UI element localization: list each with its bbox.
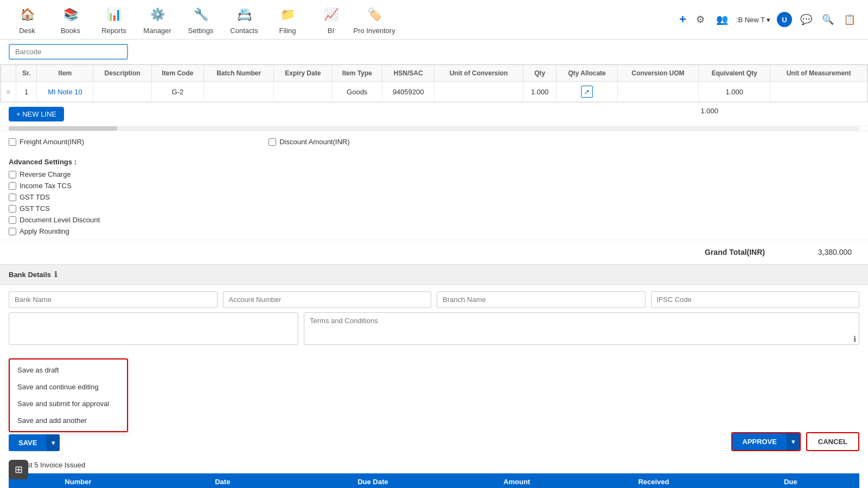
col-unit-of-conversion: Unit of Conversion: [435, 65, 523, 82]
col-item-type: Item Type: [332, 65, 382, 82]
row-expiry-date[interactable]: [274, 82, 332, 102]
nav-manager[interactable]: ⚙️ Manager: [136, 0, 179, 40]
col-qty-allocate: Qty Allocate: [557, 65, 617, 82]
barcode-input[interactable]: [9, 44, 128, 60]
save-as-draft-option[interactable]: Save as draft: [10, 362, 127, 378]
row-unit-of-measurement[interactable]: [770, 82, 867, 102]
main-content: Sr. Item Description Item Code Batch Num…: [0, 40, 868, 488]
col-sr: Sr.: [16, 65, 37, 82]
discount-label: Discount Amount(INR): [279, 138, 349, 146]
nav-pro-inventory[interactable]: 🏷️ Pro Inventory: [353, 0, 396, 40]
contacts-icon: 📇: [234, 5, 254, 24]
manager-icon: ⚙️: [148, 5, 167, 24]
save-submit-approval-option[interactable]: Save and submit for approval: [10, 395, 127, 412]
bank-details-section: Bank Details ℹ ℹ: [0, 264, 868, 353]
new-line-row: + NEW LINE 1.000: [0, 102, 868, 126]
advanced-option[interactable]: Reverse Charge: [9, 170, 859, 178]
advanced-option[interactable]: Income Tax TCS: [9, 182, 859, 190]
horizontal-scrollbar[interactable]: [9, 126, 859, 131]
search-icon[interactable]: 🔍: [820, 12, 835, 27]
row-equivalent-qty: 1.000: [699, 82, 770, 102]
save-dropdown: Save as draft Save and continue editing …: [9, 358, 128, 451]
table-row: ≡ 1 MI Note 10 G-2 Goods 94059200 1.000 …: [1, 82, 867, 102]
advanced-option[interactable]: GST TCS: [9, 204, 859, 213]
ifsc-code-input[interactable]: [651, 291, 860, 308]
approve-button[interactable]: APPROVE: [732, 433, 787, 450]
nav-desk[interactable]: 🏠 Desk: [5, 0, 49, 40]
scrollbar-thumb[interactable]: [9, 126, 117, 131]
narration-textarea[interactable]: [9, 312, 298, 345]
users-icon[interactable]: 👥: [714, 12, 730, 27]
items-table-wrapper: Sr. Item Description Item Code Batch Num…: [0, 64, 868, 102]
nav-bi-label: BI: [328, 27, 334, 35]
row-qty[interactable]: 1.000: [523, 82, 557, 102]
nav-reports[interactable]: 📊 Reports: [92, 0, 136, 40]
advanced-option[interactable]: GST TDS: [9, 193, 859, 201]
discount-checkbox[interactable]: [269, 138, 276, 146]
drag-handle[interactable]: ≡: [1, 82, 16, 102]
col-batch-number: Batch Number: [204, 65, 274, 82]
nav-contacts[interactable]: 📇 Contacts: [222, 0, 266, 40]
terms-textarea[interactable]: [304, 312, 859, 345]
last5-col-due-date: Due Date: [298, 473, 448, 488]
advanced-option[interactable]: Apply Rounding: [9, 227, 859, 235]
company-selector[interactable]: :B New T ▾: [736, 16, 770, 24]
branch-name-input[interactable]: [437, 291, 646, 308]
chat-icon[interactable]: 💬: [799, 12, 814, 27]
save-add-another-option[interactable]: Save and add another: [10, 412, 127, 429]
terms-info-icon[interactable]: ℹ: [853, 335, 856, 343]
bottom-actions-bar: Save as draft Save and continue editing …: [0, 353, 868, 457]
last5-label: Last 5 Invoice Issued: [19, 461, 85, 469]
settings-icon: 🔧: [191, 5, 210, 24]
col-expiry-date: Expiry Date: [274, 65, 332, 82]
row-batch-number[interactable]: [204, 82, 274, 102]
account-number-input[interactable]: [223, 291, 432, 308]
bank-details-info-icon[interactable]: ℹ: [54, 270, 57, 279]
cancel-button[interactable]: CANCEL: [806, 432, 859, 451]
advanced-settings-section: Advanced Settings : Reverse Charge Incom…: [0, 152, 868, 240]
save-button[interactable]: SAVE: [9, 434, 47, 451]
gear-icon[interactable]: ⚙: [693, 12, 708, 27]
advanced-title: Advanced Settings :: [9, 158, 859, 166]
row-hsn-sac[interactable]: 94059200: [382, 82, 434, 102]
bi-icon: 📈: [321, 5, 341, 24]
freight-checkbox-label[interactable]: Freight Amount(INR): [9, 138, 84, 146]
nav-filing[interactable]: 📁 Filing: [266, 0, 309, 40]
col-description: Description: [93, 65, 151, 82]
row-item[interactable]: MI Note 10: [37, 82, 93, 102]
discount-checkbox-label[interactable]: Discount Amount(INR): [269, 138, 349, 146]
nav-bi[interactable]: 📈 BI: [309, 0, 353, 40]
right-actions: APPROVE ▾ CANCEL: [731, 432, 859, 451]
approve-caret-button[interactable]: ▾: [787, 433, 800, 450]
row-sr: 1: [16, 82, 37, 102]
freight-label: Freight Amount(INR): [20, 138, 84, 146]
row-description[interactable]: [93, 82, 151, 102]
row-qty-allocate[interactable]: ↗: [557, 82, 617, 102]
save-continue-editing-option[interactable]: Save and continue editing: [10, 378, 127, 395]
row-item-code[interactable]: G-2: [151, 82, 203, 102]
save-caret-button[interactable]: ▾: [47, 434, 60, 451]
nav-desk-label: Desk: [19, 27, 35, 35]
bank-details-title: Bank Details: [9, 271, 51, 279]
add-button[interactable]: +: [679, 12, 686, 27]
grand-total-label: Grand Total(INR): [705, 248, 765, 256]
row-unit-of-conversion[interactable]: [435, 82, 523, 102]
nav-books[interactable]: 📚 Books: [49, 0, 92, 40]
last5-header-row: Number Date Due Date Amount Received Due: [9, 473, 859, 488]
bank-name-input[interactable]: [9, 291, 218, 308]
bank-textarea-row: ℹ: [0, 312, 868, 353]
external-link-icon[interactable]: ↗: [581, 86, 593, 98]
nav-settings[interactable]: 🔧 Settings: [179, 0, 222, 40]
new-line-button[interactable]: + NEW LINE: [9, 107, 64, 121]
row-conversion-uom[interactable]: [617, 82, 699, 102]
user-avatar[interactable]: U: [777, 12, 792, 27]
nav-pro-inventory-label: Pro Inventory: [353, 27, 395, 35]
freight-checkbox[interactable]: [9, 138, 16, 146]
books-icon: 📚: [61, 5, 80, 24]
advanced-option[interactable]: Document Level Discount: [9, 216, 859, 224]
grid-icon-button[interactable]: ⊞: [9, 460, 28, 479]
apps-icon[interactable]: 📋: [842, 12, 857, 27]
col-hsn-sac: HSN/SAC: [382, 65, 434, 82]
freight-row: Freight Amount(INR) Discount Amount(INR): [0, 131, 868, 152]
col-item-code: Item Code: [151, 65, 203, 82]
